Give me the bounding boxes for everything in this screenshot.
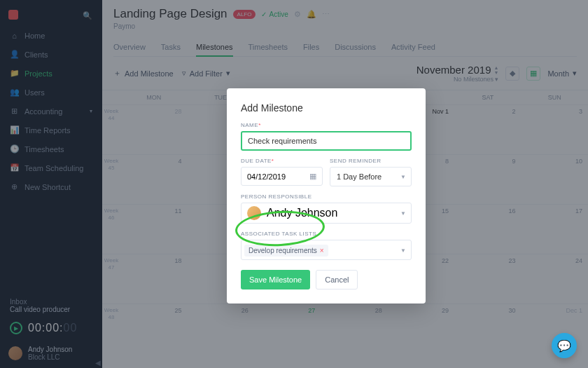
avatar [247, 206, 261, 220]
remove-chip-icon[interactable]: × [320, 247, 324, 254]
save-button[interactable]: Save Milestone [241, 270, 310, 289]
chevron-down-icon: ▼ [400, 174, 406, 180]
tasklist-chip: Develop requirements × [244, 245, 328, 257]
tasklist-select[interactable]: Develop requirements × [241, 240, 412, 260]
name-input[interactable] [241, 131, 412, 151]
add-milestone-modal: Add Milestone NAME* DUE DATE* 04/12/2019… [227, 88, 426, 304]
due-date-input[interactable]: 04/12/2019 ▦ [241, 167, 323, 186]
person-select[interactable]: Andy Johnson [241, 203, 412, 224]
cancel-button[interactable]: Cancel [316, 270, 358, 289]
calendar-picker-icon[interactable]: ▦ [309, 172, 316, 181]
chat-widget[interactable]: 💬 [552, 333, 577, 358]
chevron-down-icon: ▼ [400, 210, 406, 217]
reminder-select[interactable]: 1 Day Before [330, 167, 412, 186]
chevron-down-icon: ▼ [400, 247, 406, 253]
modal-title: Add Milestone [241, 102, 412, 114]
